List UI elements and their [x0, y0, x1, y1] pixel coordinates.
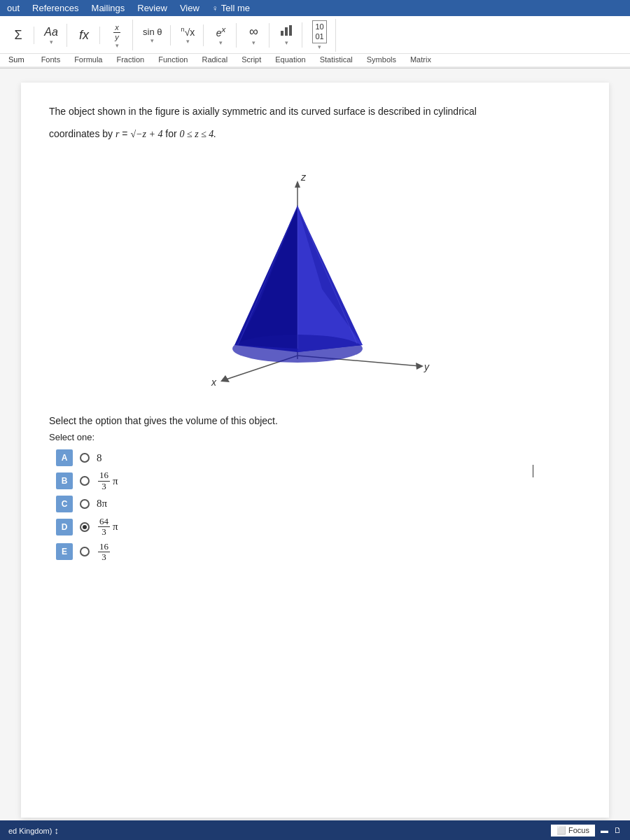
script-button[interactable]: ex ▾ — [211, 23, 230, 47]
svg-text:x: x — [211, 377, 217, 387]
radio-d[interactable] — [80, 522, 90, 532]
option-value-c: 8π — [97, 498, 107, 510]
option-letter-e: E — [56, 543, 73, 560]
radical-label[interactable]: Radical — [202, 55, 227, 64]
option-letter-a: A — [56, 449, 73, 466]
option-value-b: 16 3 π — [97, 470, 118, 491]
nav-tell-me[interactable]: ♀ Tell me — [212, 3, 250, 13]
radio-c[interactable] — [80, 499, 90, 509]
matrix-label[interactable]: Matrix — [410, 55, 431, 64]
statistical-label[interactable]: Statistical — [320, 55, 353, 64]
sum-button[interactable]: Σ — [8, 27, 28, 45]
focus-button[interactable]: ⬜ Focus — [551, 825, 595, 836]
options-list: A 8 B 16 3 π C 8π — [56, 449, 581, 562]
option-letter-b: B — [56, 472, 73, 489]
content-area: The object shown in the figure is axiall… — [0, 69, 630, 839]
script-label[interactable]: Script — [241, 55, 261, 64]
statistical-button[interactable]: ▾ — [276, 22, 296, 48]
script-group: ex ▾ — [211, 23, 237, 47]
text-cursor — [533, 465, 533, 477]
svg-text:y: y — [424, 361, 430, 372]
option-letter-c: C — [56, 496, 73, 512]
svg-marker-10 — [416, 363, 424, 370]
infinity-group: ∞ ▾ — [244, 23, 270, 48]
matrix-button[interactable]: 1001 ▾ — [309, 19, 329, 52]
radio-a[interactable] — [80, 453, 90, 463]
select-prompt: Select the option that gives the volume … — [49, 415, 581, 426]
option-value-e: 16 3 — [97, 542, 111, 563]
svg-rect-1 — [285, 27, 288, 36]
ribbon: out References Mailings Review View ♀ Te… — [0, 0, 630, 69]
infinity-button[interactable]: ∞ ▾ — [244, 23, 263, 48]
fraction-group: x y ▾ — [107, 20, 133, 50]
option-row-e: E 16 3 — [56, 542, 581, 563]
sum-label[interactable]: Sum — [8, 55, 24, 64]
option-value-a: 8 — [97, 452, 102, 464]
focus-label: Focus — [568, 826, 589, 834]
option-letter-d: D — [56, 519, 73, 536]
font-group: Aa ▾ — [41, 24, 67, 47]
radical-button[interactable]: n√x ▾ — [178, 24, 197, 46]
symbols-group-label: Symbols — [367, 55, 396, 64]
3d-cone-figure: z x y — [168, 163, 462, 387]
nav-mailings[interactable]: Mailings — [92, 3, 125, 13]
svg-rect-0 — [281, 31, 284, 36]
fraction-label[interactable]: Fraction — [116, 55, 144, 64]
option-row-c: C 8π — [56, 496, 581, 512]
question-text-line2: coordinates by r = √−z + 4 for 0 ≤ z ≤ 4… — [49, 126, 581, 142]
statusbar-left-text: ed Kingdom) ↕ — [8, 825, 544, 836]
statusbar-right: ⬜ Focus ▬ 🗋 — [551, 825, 622, 836]
fonts-label[interactable]: Fonts — [41, 55, 61, 64]
fraction-button[interactable]: x y ▾ — [107, 20, 127, 50]
option-row-a: A 8 — [56, 449, 581, 466]
statistical-group: ▾ — [276, 22, 302, 48]
page: The object shown in the figure is axiall… — [21, 83, 609, 818]
formula-group: fx — [74, 27, 100, 45]
statusbar: ed Kingdom) ↕ ⬜ Focus ▬ 🗋 — [0, 820, 630, 840]
option-row-b: B 16 3 π — [56, 470, 581, 491]
ribbon-labels: Sum Fonts Formula Fraction Function Radi… — [0, 54, 630, 68]
function-label[interactable]: Function — [158, 55, 188, 64]
option-row-d: D 64 3 π — [56, 517, 581, 538]
font-button[interactable]: Aa ▾ — [41, 24, 61, 47]
formula-label[interactable]: Formula — [74, 55, 102, 64]
radio-b[interactable] — [80, 476, 90, 486]
ribbon-tools: Σ Aa ▾ fx x y — [0, 16, 630, 54]
svg-rect-2 — [289, 25, 292, 36]
radio-e[interactable] — [80, 547, 90, 556]
ribbon-nav: out References Mailings Review View ♀ Te… — [0, 0, 630, 16]
nav-references[interactable]: References — [32, 3, 78, 13]
nav-out[interactable]: out — [7, 3, 20, 13]
focus-icon: ⬜ — [556, 826, 566, 835]
equation-label[interactable]: Equation — [275, 55, 305, 64]
select-one-label: Select one: — [49, 432, 581, 442]
radical-group: n√x ▾ — [178, 24, 204, 46]
option-value-d: 64 3 π — [97, 517, 118, 538]
function-button[interactable]: sin θ ▾ — [140, 25, 164, 46]
matrix-group: 1001 ▾ — [309, 19, 335, 52]
svg-marker-4 — [295, 181, 300, 188]
view-icon: ▬ — [601, 826, 608, 834]
sum-group: Σ — [8, 27, 34, 45]
nav-view[interactable]: View — [180, 3, 200, 13]
formula-button[interactable]: fx — [74, 27, 94, 45]
function-group: sin θ ▾ — [140, 25, 171, 46]
page-icon: 🗋 — [614, 826, 622, 834]
question-text-line1: The object shown in the figure is axiall… — [49, 104, 581, 119]
figure-container: z x y — [49, 156, 581, 394]
nav-review[interactable]: Review — [137, 3, 167, 13]
svg-text:z: z — [300, 172, 307, 183]
